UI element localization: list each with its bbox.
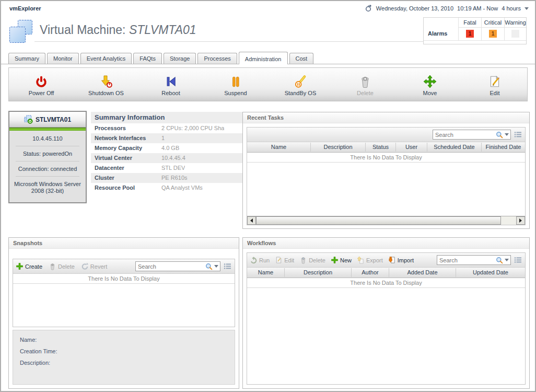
col-scheduled-date[interactable]: Scheduled Date	[427, 143, 482, 152]
col-name[interactable]: Name	[247, 268, 285, 277]
workflows-body	[247, 288, 525, 384]
search-options-caret[interactable]	[505, 259, 509, 261]
alarms-warning-cell[interactable]	[504, 27, 526, 40]
time-range-span: 10:19 AM - Now	[457, 5, 498, 11]
vm-card-body: 10.4.45.110 Status: poweredOn Connection…	[9, 131, 86, 194]
summary-label: Memory Capacity	[95, 145, 161, 151]
summary-label: Cluster	[95, 175, 161, 181]
shutdown-os-label: Shutdown OS	[88, 90, 124, 96]
tabbar: Summary Monitor Event Analytics FAQts St…	[8, 51, 313, 64]
shutdown-os-button[interactable]: Shutdown OS	[74, 68, 138, 101]
standby-os-label: StandBy OS	[285, 90, 317, 96]
time-range-duration: 4 hours	[502, 5, 521, 11]
page-title-vm-name: STLVMTA01	[129, 23, 196, 37]
move-button[interactable]: Move	[398, 68, 462, 101]
col-author[interactable]: Author	[352, 268, 389, 277]
critical-badge[interactable]: 1	[489, 30, 497, 38]
new-workflow-button[interactable]: New	[331, 256, 352, 264]
vm-os-name: Microsoft Windows Server 2008 (32-bit)	[9, 181, 86, 194]
summary-row-virtual-center: Virtual Center 10.4.45.4	[91, 153, 242, 163]
workflows-empty-message: There Is No Data To Display	[247, 278, 525, 288]
col-user[interactable]: User	[396, 143, 427, 152]
horizontal-scrollbar[interactable]	[247, 216, 525, 225]
scrollbar-thumb[interactable]	[256, 216, 501, 225]
run-workflow-button[interactable]: Run	[250, 256, 270, 264]
alarms-col-critical: Critical	[481, 18, 504, 27]
suspend-button[interactable]: Suspend	[203, 68, 268, 101]
page-title: Virtual Machine: STLVMTA01	[40, 23, 196, 37]
summary-value: PE R610s	[161, 175, 188, 181]
reboot-button[interactable]: Reboot	[138, 68, 203, 101]
summary-value: STL DEV	[161, 165, 185, 171]
tab-summary[interactable]: Summary	[8, 53, 45, 64]
edit-button[interactable]: Edit	[462, 68, 527, 101]
fatal-badge[interactable]: 1	[466, 30, 474, 38]
tab-monitor[interactable]: Monitor	[47, 53, 79, 64]
snapshots-search	[135, 261, 220, 271]
export-workflow-label: Export	[366, 257, 383, 263]
scroll-right-button[interactable]	[516, 216, 525, 225]
snapshot-details: Name: Creation Time: Description:	[13, 330, 235, 385]
revert-snapshot-label: Revert	[90, 263, 107, 270]
delete-workflow-label: Delete	[309, 257, 325, 263]
recent-tasks-toolbar	[247, 128, 525, 142]
scroll-left-button[interactable]	[247, 216, 256, 225]
chevron-down-icon[interactable]	[525, 7, 529, 10]
workflows-search	[437, 255, 511, 265]
snapshot-description-label: Description:	[20, 360, 228, 366]
col-finished-date[interactable]: Finished Date	[482, 143, 525, 152]
vm-ip-address: 10.4.45.110	[9, 135, 86, 142]
summary-row-datacenter: Datacenter STL DEV	[91, 163, 242, 173]
col-status[interactable]: Status	[366, 143, 396, 152]
tab-cost[interactable]: Cost	[289, 53, 314, 64]
delete-workflow-button[interactable]: Delete	[299, 256, 325, 264]
workflows-table: Run Edit	[247, 252, 526, 385]
tab-faqts[interactable]: FAQts	[133, 53, 162, 64]
delete-snapshot-label: Delete	[58, 263, 75, 270]
power-off-button[interactable]: Power Off	[9, 68, 74, 101]
summary-label: Resource Pool	[95, 185, 161, 191]
search-options-caret[interactable]	[505, 133, 509, 136]
create-snapshot-button[interactable]: Create	[16, 262, 42, 270]
vm-card-header: STLVMTA01	[9, 112, 86, 128]
import-workflow-button[interactable]: Import	[388, 256, 414, 264]
time-range-icon	[365, 5, 372, 12]
search-icon[interactable]	[496, 131, 503, 139]
summary-row-memory-capacity: Memory Capacity 4.0 GB	[91, 143, 242, 153]
table-customizer-icon[interactable]	[224, 263, 232, 270]
import-workflow-label: Import	[398, 257, 414, 263]
table-customizer-icon[interactable]	[514, 257, 522, 263]
export-workflow-button[interactable]: Export	[357, 256, 383, 264]
vm-page-icon	[9, 20, 34, 45]
tab-storage[interactable]: Storage	[164, 53, 196, 64]
search-icon[interactable]	[496, 257, 503, 264]
table-customizer-icon[interactable]	[514, 131, 522, 138]
summary-label: Datacenter	[95, 165, 161, 171]
revert-snapshot-button[interactable]: Revert	[81, 262, 107, 270]
tab-event-analytics[interactable]: Event Analytics	[80, 53, 132, 64]
col-description[interactable]: Description	[285, 268, 352, 277]
time-range-selector[interactable]: Wednesday, October 13, 2010 10:19 AM - N…	[365, 5, 529, 12]
alarms-fatal-cell[interactable]: 1	[458, 27, 481, 40]
col-description[interactable]: Description	[311, 143, 366, 152]
summary-value: 2 CPUs: 2,000 CPU Sha	[161, 125, 224, 131]
search-icon[interactable]	[205, 263, 213, 270]
alarms-critical-cell[interactable]: 1	[481, 27, 504, 40]
search-options-caret[interactable]	[214, 265, 218, 268]
trash-icon	[358, 75, 372, 88]
col-updated-date[interactable]: Updated Date	[456, 268, 525, 277]
run-icon	[250, 256, 258, 264]
delete-snapshot-button[interactable]: Delete	[49, 262, 75, 270]
edit-workflow-button[interactable]: Edit	[275, 256, 294, 264]
tab-processes[interactable]: Processes	[197, 53, 237, 64]
col-name[interactable]: Name	[247, 143, 311, 152]
delete-vm-button[interactable]: Delete	[333, 68, 398, 101]
edit-icon	[488, 75, 502, 88]
tab-administration[interactable]: Administration	[239, 52, 288, 64]
search-input[interactable]	[433, 132, 494, 138]
standby-os-button[interactable]: StandBy OS	[268, 68, 333, 101]
search-input[interactable]	[136, 263, 204, 270]
search-input[interactable]	[437, 257, 494, 263]
summary-row-network-interfaces: Network Interfaces 1	[91, 133, 242, 143]
col-added-date[interactable]: Added Date	[389, 268, 456, 277]
